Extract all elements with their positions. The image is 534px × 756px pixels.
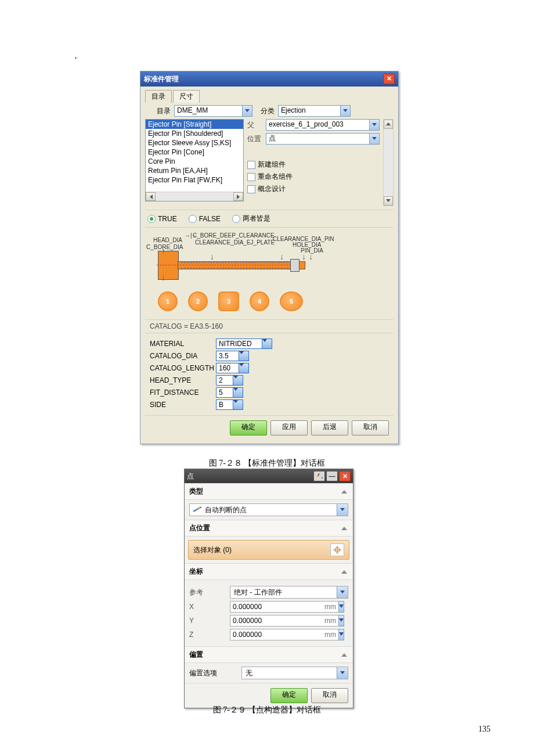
svg-marker-14 bbox=[341, 490, 347, 494]
catalog-input[interactable] bbox=[175, 106, 242, 115]
preview-thumb[interactable]: 4 bbox=[250, 291, 269, 311]
type-combo[interactable]: 自动判断的点 bbox=[189, 503, 348, 516]
dropdown-arrow-icon[interactable] bbox=[242, 106, 252, 116]
cancel-button[interactable]: 取消 bbox=[352, 420, 389, 435]
collapse-icon[interactable] bbox=[340, 651, 348, 659]
dropdown-arrow-icon[interactable] bbox=[369, 120, 379, 130]
section-position-header[interactable]: 点位置 bbox=[185, 520, 353, 537]
class-combo[interactable] bbox=[278, 105, 351, 117]
offset-combo[interactable]: 无 bbox=[241, 667, 348, 679]
section-offset-header[interactable]: 偏置 bbox=[185, 646, 353, 663]
dlg1-titlebar[interactable]: 标准件管理 ✕ bbox=[140, 71, 398, 87]
dropdown-arrow-icon[interactable] bbox=[239, 363, 249, 373]
pos-combo[interactable] bbox=[266, 133, 380, 145]
scroll-down-icon[interactable] bbox=[384, 196, 393, 206]
dlg2-titlebar[interactable]: 点 — ✕ bbox=[185, 469, 353, 483]
list-item[interactable]: Return Pin [EA,AH] bbox=[146, 166, 243, 175]
parts-list[interactable]: Ejector Pin [Straight] Ejector Pin [Shou… bbox=[145, 119, 244, 201]
close-icon[interactable]: ✕ bbox=[339, 471, 351, 481]
concept-design-checkbox[interactable]: 概念设计 bbox=[247, 184, 380, 194]
cancel-button[interactable]: 取消 bbox=[311, 688, 348, 703]
param-combo[interactable] bbox=[216, 339, 272, 349]
collapse-icon[interactable] bbox=[340, 488, 348, 496]
offset-label: 偏置选项 bbox=[189, 668, 241, 678]
dropdown-arrow-icon[interactable] bbox=[233, 399, 243, 410]
svg-marker-7 bbox=[386, 199, 391, 202]
spin-icon[interactable] bbox=[338, 615, 344, 627]
param-combo[interactable] bbox=[216, 399, 243, 410]
radio-false[interactable]: FALSE bbox=[189, 214, 221, 224]
dropdown-arrow-icon[interactable] bbox=[369, 134, 379, 144]
tab-size[interactable]: 尺寸 bbox=[173, 90, 200, 103]
pick-icon[interactable] bbox=[330, 543, 344, 556]
new-component-checkbox[interactable]: 新建组件 bbox=[247, 160, 380, 170]
dlg2-title: 点 bbox=[187, 471, 194, 481]
section-coord-header[interactable]: 坐标 bbox=[185, 563, 353, 580]
undo-icon[interactable] bbox=[313, 471, 325, 481]
list-item[interactable]: Ejector Pin [Cone] bbox=[146, 147, 243, 157]
param-combo[interactable] bbox=[216, 375, 243, 386]
param-combo[interactable] bbox=[216, 351, 249, 361]
list-item[interactable]: Ejector Sleeve Assy [S,KS] bbox=[146, 138, 243, 147]
point-type-icon bbox=[193, 506, 201, 514]
spin-icon[interactable] bbox=[338, 629, 344, 640]
standard-parts-dialog: 标准件管理 ✕ 目录 尺寸 目录 分类 Ejector Pin [Straigh… bbox=[140, 71, 399, 444]
tab-catalog[interactable]: 目录 bbox=[145, 90, 172, 103]
pos-input[interactable] bbox=[266, 134, 369, 143]
scroll-right-icon[interactable] bbox=[233, 192, 243, 201]
preview-thumb[interactable]: 3 bbox=[218, 291, 239, 311]
x-field[interactable]: mm bbox=[230, 601, 302, 613]
param-combo[interactable] bbox=[216, 387, 243, 398]
select-object-row[interactable]: 选择对象 (0) bbox=[188, 540, 349, 560]
preview-thumb[interactable]: 5 bbox=[280, 291, 303, 311]
pos-label: 位置 bbox=[247, 134, 264, 144]
apply-button[interactable]: 应用 bbox=[270, 420, 308, 435]
v-scrollbar[interactable] bbox=[383, 119, 394, 206]
dropdown-arrow-icon[interactable] bbox=[262, 339, 272, 349]
dropdown-arrow-icon[interactable] bbox=[337, 586, 348, 598]
parent-input[interactable] bbox=[266, 120, 369, 129]
radio-both[interactable]: 两者皆是 bbox=[232, 214, 270, 224]
section-type-header[interactable]: 类型 bbox=[185, 483, 353, 500]
svg-marker-2 bbox=[150, 195, 153, 199]
class-input[interactable] bbox=[279, 106, 340, 115]
back-button[interactable]: 后退 bbox=[311, 420, 348, 435]
list-item[interactable]: Ejector Pin [Shouldered] bbox=[146, 129, 243, 138]
list-item[interactable]: Ejector Pin Flat [FW,FK] bbox=[146, 175, 243, 185]
svg-marker-8 bbox=[262, 339, 267, 342]
rename-component-checkbox[interactable]: 重命名组件 bbox=[247, 172, 380, 182]
collapse-icon[interactable] bbox=[340, 524, 348, 532]
scroll-left-icon[interactable] bbox=[146, 192, 156, 201]
param-combo[interactable] bbox=[216, 363, 249, 373]
parent-combo[interactable] bbox=[266, 119, 380, 131]
scroll-up-icon[interactable] bbox=[384, 120, 393, 129]
ref-combo[interactable]: 绝对 - 工作部件 bbox=[230, 586, 348, 599]
parameter-list: MATERIAL CATALOG_DIA CATALOG_LENGTH HEAD… bbox=[145, 333, 394, 415]
dropdown-arrow-icon[interactable] bbox=[233, 387, 243, 398]
close-icon[interactable]: ✕ bbox=[383, 74, 395, 84]
collapse-icon[interactable] bbox=[340, 568, 348, 576]
radio-true[interactable]: TRUE bbox=[147, 214, 177, 224]
preview-thumb[interactable]: 1 bbox=[158, 291, 178, 311]
dropdown-arrow-icon[interactable] bbox=[337, 667, 348, 679]
param-label: CATALOG_LENGTH bbox=[150, 364, 216, 372]
y-field[interactable]: mm bbox=[230, 615, 302, 627]
dia-label: CLEARANCE_DIA_EJ_PLATE bbox=[195, 239, 275, 246]
dropdown-arrow-icon[interactable] bbox=[233, 375, 243, 386]
z-field[interactable]: mm bbox=[230, 629, 302, 640]
catalog-label: 目录 bbox=[157, 106, 171, 116]
ok-button[interactable]: 确定 bbox=[270, 688, 308, 703]
svg-marker-11 bbox=[233, 376, 238, 379]
preview-thumb[interactable]: 2 bbox=[188, 291, 208, 311]
spin-icon[interactable] bbox=[338, 601, 344, 613]
list-item[interactable]: Core Pin bbox=[146, 157, 243, 166]
h-scrollbar[interactable] bbox=[146, 192, 243, 201]
ok-button[interactable]: 确定 bbox=[230, 420, 267, 435]
dropdown-arrow-icon[interactable] bbox=[340, 106, 350, 116]
catalog-combo[interactable] bbox=[174, 105, 252, 117]
dropdown-arrow-icon[interactable] bbox=[337, 504, 348, 516]
minimize-icon[interactable]: — bbox=[326, 471, 338, 481]
list-item[interactable]: Ejector Pin [Straight] bbox=[146, 120, 243, 129]
dropdown-arrow-icon[interactable] bbox=[239, 351, 249, 361]
svg-marker-1 bbox=[343, 109, 348, 112]
